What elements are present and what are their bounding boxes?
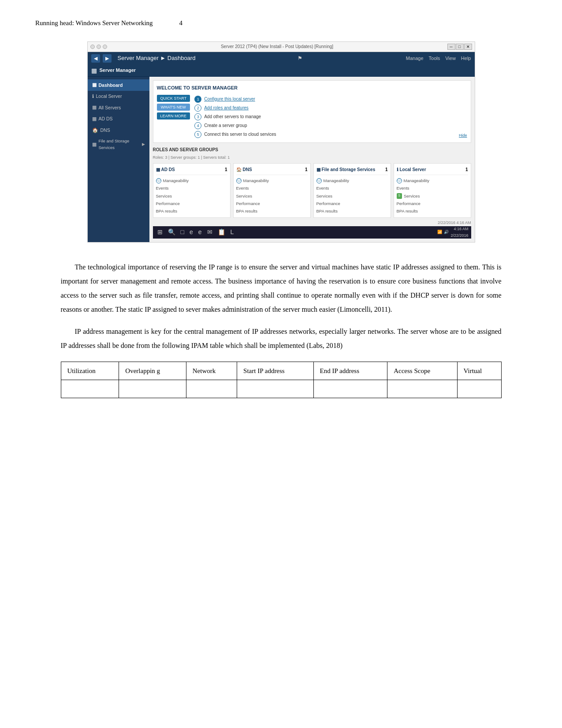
adds-manageability: ⓘ Manageability xyxy=(156,177,227,184)
sidebar-item-local-server[interactable]: ℹ Local Server xyxy=(88,91,149,102)
step-4: 4 Create a server group xyxy=(194,121,276,130)
fs-title: ▦ File and Storage Services xyxy=(316,166,376,173)
sidebar-item-dashboard[interactable]: ▦ Dashboard xyxy=(88,79,149,91)
document-body: The technological importance of reservin… xyxy=(61,260,502,398)
step-2: 2 Add roles and features xyxy=(194,104,276,112)
title-bar-text: Server 2012 (TP4) (New Install - Post Up… xyxy=(107,43,447,50)
screenshot-container: Server 2012 (TP4) (New Install - Post Up… xyxy=(87,41,475,243)
file-storage-icon: ▦ xyxy=(92,141,97,149)
adds-manage-circle: ⓘ xyxy=(156,178,161,183)
close-button[interactable]: ✕ xyxy=(464,44,472,50)
tray-date: 2/22/2016 xyxy=(450,232,468,239)
ls-services: 5 Services xyxy=(397,192,468,200)
col-start-ip: Start IP address xyxy=(237,362,314,380)
forward-button[interactable]: ▶ xyxy=(103,54,112,63)
ad-ds-icon: ▦ xyxy=(92,115,97,123)
fs-bpa: BPA results xyxy=(316,207,388,215)
services-badge: 5 xyxy=(397,193,402,199)
fs-manageability: ⓘ Manageability xyxy=(316,177,388,184)
sidebar-item-ad-ds[interactable]: ▦ AD DS xyxy=(88,113,149,125)
tray-time: 4:16 AM xyxy=(450,226,468,232)
sidebar-item-label: Local Server xyxy=(96,93,122,100)
step-1-num: 1 xyxy=(194,96,201,103)
paragraph-2: IP address management is key for the cen… xyxy=(61,325,502,353)
sidebar-item-label: All Servers xyxy=(99,104,121,112)
fs-performance: Performance xyxy=(316,200,388,207)
taskbar: ⊞ 🔍 □ e e ✉ 📋 L 📶 🔊 4:16 AM 2/22/2016 xyxy=(153,226,471,239)
tools-menu[interactable]: Tools xyxy=(429,55,440,63)
ie-icon[interactable]: e xyxy=(197,227,204,237)
menu-items: Manage Tools View Help xyxy=(406,55,471,63)
sidebar: ▦ Dashboard ℹ Local Server ▦ All Servers… xyxy=(88,77,149,242)
col-overlapping: Overlappin g xyxy=(119,362,186,380)
learn-more-button[interactable]: LEARN MORE xyxy=(157,112,190,119)
qs-steps: 1 Configure this local server 2 Add role… xyxy=(194,95,276,139)
whats-new-button[interactable]: WHAT'S NEW xyxy=(157,104,190,111)
ls-events: Events xyxy=(397,184,468,192)
dns-title: 🏠 DNS xyxy=(236,166,252,173)
dns-icon: 🏠 xyxy=(92,127,98,134)
server-mgr-taskbar-icon[interactable]: L xyxy=(229,227,236,237)
step-1: 1 Configure this local server xyxy=(194,95,276,104)
adds-icon: ▦ xyxy=(156,166,160,173)
flag-icon: ⚑ xyxy=(298,54,302,63)
sidebar-item-dns[interactable]: 🏠 DNS xyxy=(88,125,149,136)
sidebar-item-all-servers[interactable]: ▦ All Servers xyxy=(88,102,149,113)
dns-performance: Performance xyxy=(236,200,308,207)
maximize-button[interactable]: □ xyxy=(456,44,464,50)
back-button[interactable]: ◀ xyxy=(91,54,100,63)
ls-bpa: BPA results xyxy=(397,207,468,215)
step-3-num: 3 xyxy=(194,113,201,120)
col-end-ip: End IP address xyxy=(313,362,387,380)
task-view-icon[interactable]: □ xyxy=(179,227,186,237)
quick-start-button[interactable]: QUICK START xyxy=(157,95,190,102)
mail-icon[interactable]: ✉ xyxy=(205,227,214,237)
volume-icon: 🔊 xyxy=(444,229,449,235)
quick-start-area: QUICK START WHAT'S NEW LEARN MORE 1 Conf… xyxy=(157,95,467,139)
step-5-num: 5 xyxy=(194,131,201,138)
dns-events: Events xyxy=(236,184,308,192)
timestamp: 2/22/2016 4:16 AM xyxy=(153,220,471,226)
ls-title: ℹ Local Server xyxy=(397,166,426,173)
hide-button[interactable]: Hide xyxy=(459,132,467,138)
search-taskbar-icon[interactable]: 🔍 xyxy=(166,227,177,237)
explorer-icon[interactable]: 📋 xyxy=(216,227,227,237)
ls-count: 1 xyxy=(465,166,468,173)
role-card-ls-header: ℹ Local Server 1 xyxy=(397,166,468,175)
all-servers-icon: ▦ xyxy=(92,104,97,112)
dns-manageability: ⓘ Manageability xyxy=(236,177,308,184)
sidebar-item-label: AD DS xyxy=(99,115,113,123)
step-1-link[interactable]: Configure this local server xyxy=(204,96,255,103)
sidebar-item-file-storage[interactable]: ▦ File and Storage Services ▶ xyxy=(88,136,149,153)
start-button[interactable]: ⊞ xyxy=(156,227,164,237)
dot-yellow xyxy=(97,45,101,49)
minimize-button[interactable]: ─ xyxy=(447,44,455,50)
dot-green xyxy=(103,45,107,49)
dns-manage-circle: ⓘ xyxy=(236,178,242,183)
running-head: Running head: Windows Server Networking … xyxy=(35,18,527,28)
fs-count: 1 xyxy=(385,166,388,173)
step-2-num: 2 xyxy=(194,105,201,112)
view-menu[interactable]: View xyxy=(445,55,456,63)
title-bar-dots xyxy=(90,45,107,49)
roles-section: ROLES AND SERVER GROUPS Roles: 3 | Serve… xyxy=(153,146,471,226)
paragraph-1: The technological importance of reservin… xyxy=(61,260,502,317)
expand-arrow: ▶ xyxy=(142,141,145,147)
sidebar-item-label: File and Storage Services xyxy=(99,138,140,151)
dns-bpa: BPA results xyxy=(236,207,308,215)
col-network: Network xyxy=(186,362,237,380)
dot-red xyxy=(90,45,95,49)
manage-menu[interactable]: Manage xyxy=(406,55,424,63)
edge-icon[interactable]: e xyxy=(188,227,195,237)
help-menu[interactable]: Help xyxy=(461,55,471,63)
content-area: WELCOME TO SERVER MANAGER QUICK START WH… xyxy=(149,77,475,242)
ipam-table: Utilization Overlappin g Network Start I… xyxy=(61,362,502,398)
breadcrumb: Server Manager ► Dashboard xyxy=(118,54,196,63)
step-2-link[interactable]: Add roles and features xyxy=(204,105,249,112)
adds-services: Services xyxy=(156,192,227,200)
fs-services: Services xyxy=(316,192,388,200)
adds-bpa: BPA results xyxy=(156,207,227,215)
welcome-banner: WELCOME TO SERVER MANAGER QUICK START WH… xyxy=(153,80,471,143)
roles-sub: Roles: 3 | Server groups: 1 | Servers to… xyxy=(153,154,471,161)
fs-manage-circle: ⓘ xyxy=(316,178,322,183)
